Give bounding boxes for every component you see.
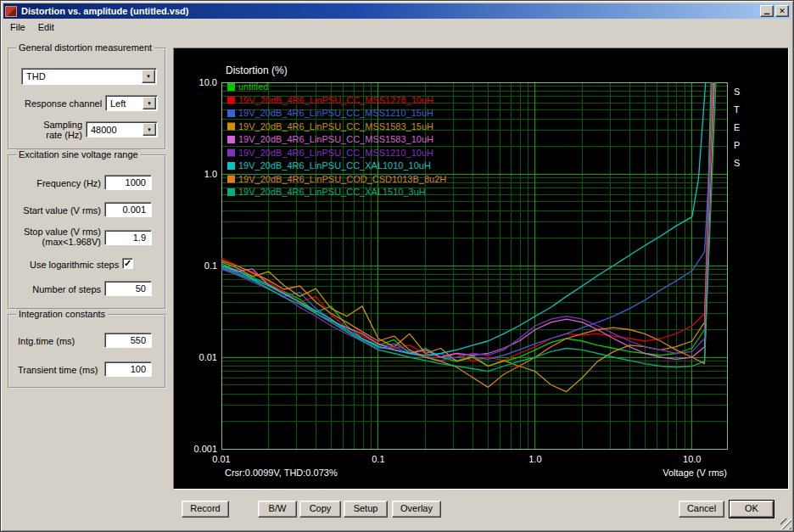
y-tick-label: 0.1 <box>204 260 217 271</box>
response-channel-select[interactable]: Left ▼ <box>105 95 158 111</box>
x-tick-label: 0.1 <box>372 454 384 464</box>
measurement-type-dropdown-button[interactable]: ▼ <box>142 70 155 83</box>
sampling-rate-select[interactable]: 48000 ▼ <box>86 121 158 137</box>
side-label-letter: P <box>734 140 740 150</box>
record-button[interactable]: Record <box>182 501 229 518</box>
check-icon: ✓ <box>124 259 131 268</box>
x-axis-label: Voltage (V rms) <box>663 468 727 478</box>
x-tick-label: 0.01 <box>212 454 230 464</box>
y-tick-label: 0.001 <box>193 444 217 454</box>
menubar: File Edit <box>4 20 61 36</box>
copy-button[interactable]: Copy <box>299 501 341 518</box>
log-steps-checkbox[interactable]: ✓ <box>122 258 133 269</box>
chevron-down-icon[interactable]: ▼ <box>143 123 156 136</box>
legend-label: 19V_20dB_4R6_LinPSU_CC_XAL1010_10uH <box>238 160 431 171</box>
distortion-chart[interactable]: Distortion (%)untitled19V_20dB_4R6_LinPS… <box>174 48 788 489</box>
legend-label: 19V_20dB_4R6_LinPSU_CC_MSS1583_15uH <box>238 121 433 132</box>
minimize-icon: ▁ <box>764 8 769 14</box>
titlebar[interactable]: Distortion vs. amplitude (untitled.vsd) … <box>3 3 791 19</box>
overlay-button[interactable]: Overlay <box>392 501 441 518</box>
legend-swatch <box>227 109 235 117</box>
legend-swatch <box>227 176 235 183</box>
y-tick-label: 1.0 <box>204 169 217 179</box>
legend-label: 19V_20dB_4R6_LinPSU_CC_MSS1210_10uH <box>238 148 433 158</box>
number-of-steps-input[interactable] <box>104 281 152 296</box>
close-button[interactable]: ✕ <box>775 5 789 17</box>
chevron-down-icon: ▼ <box>147 127 152 132</box>
minimize-button[interactable]: ▁ <box>760 5 774 17</box>
transient-time-input[interactable] <box>104 361 152 377</box>
legend-swatch <box>227 162 235 170</box>
legend-label: 19V_20dB_4R6_LinPSU_CC_MSS1210_15uH <box>238 108 433 118</box>
sampling-rate-label: Sampling rate (Hz) <box>28 120 82 140</box>
intg-time-label: Intg.time (ms) <box>18 336 75 346</box>
close-icon: ✕ <box>779 8 786 15</box>
frequency-input[interactable] <box>104 175 152 190</box>
legend-label: untitled <box>238 81 268 92</box>
stop-value-note: (max<1.968V) <box>13 237 101 247</box>
legend-label: 19V_20dB_4R6_LinPSU_CC_XAL1510_3uH <box>238 187 426 197</box>
setup-button[interactable]: Setup <box>344 501 388 518</box>
app-icon[interactable] <box>5 6 17 17</box>
app-window: Distortion vs. amplitude (untitled.vsd) … <box>0 0 794 532</box>
legend-swatch <box>227 149 235 157</box>
cancel-button[interactable]: Cancel <box>679 501 724 518</box>
group-integration-title: Integration constants <box>16 309 108 319</box>
side-label-letter: S <box>734 158 740 168</box>
transient-time-label: Transient time (ms) <box>18 365 98 375</box>
legend-label: 19V_20dB_4R6_LinPSU_CC_MSS1583_10uH <box>238 134 433 144</box>
cursor-readout: Crsr:0.0099V, THD:0.073% <box>225 468 338 478</box>
ok-button[interactable]: OK <box>730 501 774 518</box>
chart-area[interactable]: Distortion (%)untitled19V_20dB_4R6_LinPS… <box>173 48 789 490</box>
legend-swatch <box>227 136 235 143</box>
side-label-letter: S <box>734 87 740 97</box>
side-label-letter: T <box>734 104 740 115</box>
window-title: Distortion vs. amplitude (untitled.vsd) <box>21 6 188 16</box>
intg-time-input[interactable] <box>104 333 152 348</box>
response-channel-label: Response channel <box>25 98 102 109</box>
stop-value-input[interactable] <box>104 230 152 245</box>
legend-swatch <box>227 97 235 104</box>
start-value-label: Start value (V rms) <box>13 205 101 216</box>
log-steps-label: Use logarithmic steps <box>30 260 119 270</box>
group-integration: Integration constants Intg.time (ms) Tra… <box>8 314 166 389</box>
number-of-steps-label: Number of steps <box>13 284 101 294</box>
legend-swatch <box>227 123 235 131</box>
measurement-type-value[interactable]: THD <box>23 70 142 83</box>
response-channel-value[interactable]: Left <box>107 97 143 109</box>
x-tick-label: 10.0 <box>683 454 701 464</box>
group-excitation: Excitation sine voltage range Frequency … <box>8 154 166 310</box>
legend-label: 19V_20dB_4R6_LinPSU_CC_MSS1278_10uH <box>238 95 433 105</box>
start-value-input[interactable] <box>104 202 152 217</box>
chevron-down-icon[interactable]: ▼ <box>143 97 156 109</box>
chevron-down-icon: ▼ <box>147 101 152 106</box>
sampling-rate-value[interactable]: 48000 <box>87 123 143 136</box>
group-general-distortion: General distortion measurement THD ▼ Res… <box>8 48 166 150</box>
menu-item-edit[interactable]: Edit <box>32 20 61 36</box>
resize-grip[interactable] <box>780 518 791 529</box>
measurement-type-select[interactable]: THD ▼ <box>21 68 157 85</box>
chart-title: Distortion (%) <box>226 64 288 76</box>
group-excitation-title: Excitation sine voltage range <box>16 149 141 160</box>
legend-swatch <box>227 83 235 91</box>
frequency-label: Frequency (Hz) <box>13 178 101 188</box>
legend-swatch <box>227 188 235 196</box>
y-tick-label: 0.01 <box>199 352 217 362</box>
side-label-letter: E <box>734 122 740 132</box>
menu-item-file[interactable]: File <box>4 20 32 36</box>
stop-value-label: Stop value (V rms) <box>13 227 101 237</box>
group-general-title: General distortion measurement <box>16 42 154 53</box>
y-tick-label: 10.0 <box>199 77 217 87</box>
legend-label: 19V_20dB_4R6_LinPSU_COD_CSD1013B_8u2H <box>238 174 446 184</box>
bw-button[interactable]: B/W <box>258 501 297 518</box>
chevron-down-icon: ▼ <box>146 74 151 79</box>
x-tick-label: 1.0 <box>528 454 541 464</box>
